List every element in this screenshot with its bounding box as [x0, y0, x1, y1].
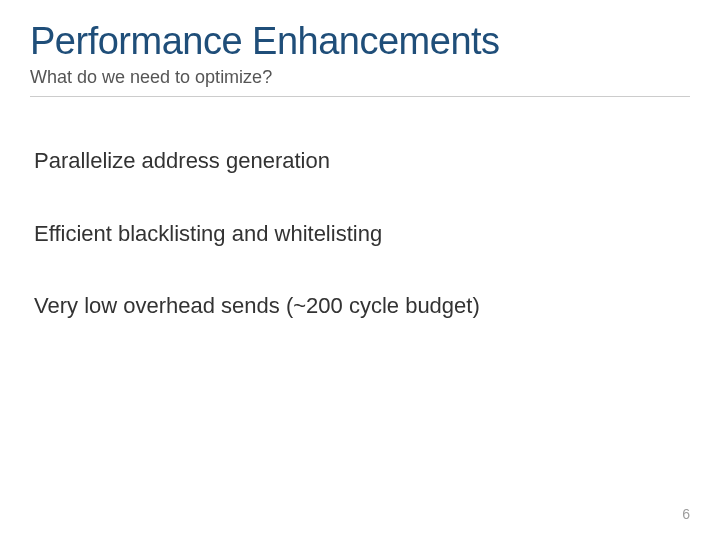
page-number: 6 — [682, 506, 690, 522]
slide-container: Performance Enhancements What do we need… — [0, 0, 720, 540]
bullet-item: Efficient blacklisting and whitelisting — [34, 220, 690, 249]
bullet-item: Parallelize address generation — [34, 147, 690, 176]
slide-title: Performance Enhancements — [30, 20, 690, 63]
slide-subtitle: What do we need to optimize? — [30, 67, 690, 88]
bullet-item: Very low overhead sends (~200 cycle budg… — [34, 292, 690, 321]
slide-content: Parallelize address generation Efficient… — [30, 147, 690, 321]
title-divider — [30, 96, 690, 97]
